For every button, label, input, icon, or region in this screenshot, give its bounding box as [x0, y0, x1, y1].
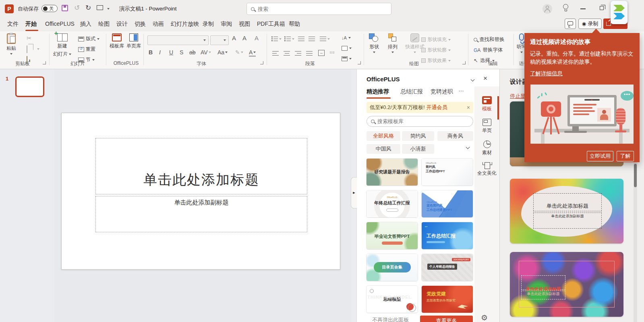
template-blue-minimal[interactable]: OfficePLUS 蓝色简约风 工作总结通用PPT	[422, 190, 473, 217]
change-case-button[interactable]: Aa	[217, 49, 228, 56]
highlight-button[interactable]: ✎	[235, 49, 243, 56]
undo-icon[interactable]: ↺	[74, 4, 80, 12]
design-suggestion-rainbow[interactable]: 单击此处添加标题 单击此处添加副标题	[510, 179, 623, 244]
panel-collapse-chevron-icon[interactable]	[471, 78, 475, 82]
shadow-button[interactable]: S	[180, 49, 183, 56]
template-thinking-model[interactable]: THINKING MODEL 思维模型	[367, 286, 418, 313]
got-it-button[interactable]: 了解	[617, 151, 634, 161]
search-input[interactable]	[258, 6, 379, 12]
restore-button[interactable]	[600, 6, 604, 10]
shape-fill-button[interactable]: 形状填充	[421, 36, 451, 43]
rail-item-templates[interactable]: 模板	[474, 96, 499, 112]
grow-font-button[interactable]: A	[232, 35, 236, 41]
tab-slideshow[interactable]: 幻灯片放映	[171, 21, 199, 28]
tab-home[interactable]: 开始	[25, 21, 37, 28]
chip-business[interactable]: 商务风	[437, 131, 473, 141]
search-box[interactable]	[246, 3, 391, 15]
shrink-font-button[interactable]: A	[242, 35, 246, 41]
design-suggestion-bells[interactable]: 单击此处添加标题 单击此处添加副标题	[510, 252, 623, 317]
template-search-input[interactable]	[377, 118, 462, 124]
text-direction-button[interactable]: ↓A	[342, 35, 351, 40]
designer-scrollbar-thumb[interactable]	[634, 164, 637, 187]
cut-icon[interactable]: ✂	[27, 35, 32, 42]
template-library-button[interactable]: 模板库	[110, 33, 124, 50]
layout-button[interactable]: 版式	[78, 35, 99, 42]
rail-item-assets[interactable]: 素材	[474, 140, 499, 156]
stop-showing-link[interactable]: 停止显	[510, 93, 525, 100]
qat-customize-icon[interactable]	[107, 8, 110, 10]
align-right-icon[interactable]	[295, 51, 301, 56]
tab-transitions[interactable]: 切换	[135, 21, 146, 28]
bullets-icon[interactable]	[271, 36, 278, 41]
tab-animations[interactable]: 动画	[153, 21, 164, 28]
template-minimal-work-summary[interactable]: OfficePLUS 简约风 工作总结PPT	[422, 159, 473, 186]
columns-icon[interactable]: ≡≡	[329, 50, 335, 55]
op-tab-summary[interactable]: 总结汇报	[400, 88, 423, 95]
decrease-indent-icon[interactable]	[298, 36, 304, 41]
underline-button[interactable]: U	[169, 49, 173, 56]
autosave-toggle[interactable]: 关	[41, 5, 58, 12]
rail-item-pages[interactable]: 单页	[474, 119, 499, 134]
paste-button[interactable]: 粘贴	[6, 33, 16, 55]
italic-button[interactable]: I	[159, 49, 161, 56]
tab-design[interactable]: 设计	[116, 21, 128, 28]
op-tab-featured[interactable]: 精选推荐	[367, 88, 389, 95]
clear-format-button[interactable]: A	[255, 35, 259, 41]
minimize-button[interactable]	[580, 8, 586, 9]
bullets-dropdown-icon[interactable]	[279, 38, 282, 40]
redo-icon[interactable]: ↻	[85, 4, 91, 12]
panel-close-icon[interactable]: ×	[483, 74, 487, 83]
chip-chinese[interactable]: 中国风	[367, 144, 400, 154]
tell-me-bulb-icon[interactable]	[563, 4, 568, 9]
numbering-icon[interactable]	[284, 36, 291, 41]
increase-indent-icon[interactable]	[309, 36, 315, 41]
justify-icon[interactable]	[306, 51, 313, 56]
arrange-button[interactable]: 排列	[387, 33, 398, 53]
tab-officeplus[interactable]: OfficePLUS	[45, 21, 75, 27]
font-color-button[interactable]: A	[249, 49, 256, 57]
align-left-icon[interactable]	[272, 51, 279, 56]
tab-help[interactable]: 帮助	[289, 21, 300, 28]
draw-dialog-launcher[interactable]	[462, 61, 466, 64]
settings-gear-icon[interactable]: ⚙	[481, 313, 488, 322]
powerpoint-logo-icon[interactable]: P	[5, 4, 14, 13]
record-button[interactable]: ◉ 录制	[578, 19, 602, 29]
template-personal-report[interactable]: 20XXREPORT 个人年终总结报告	[422, 254, 473, 281]
template-thesis-defense[interactable]: 毕业论文答辩PPT	[367, 222, 418, 249]
align-text-button[interactable]	[342, 46, 352, 51]
smartart-button[interactable]	[342, 56, 352, 61]
template-research-report[interactable]: 研究课题开题报告	[367, 159, 418, 186]
chip-fresh[interactable]: 小清新	[402, 144, 434, 154]
clipboard-dialog-launcher[interactable]	[43, 61, 46, 64]
title-placeholder[interactable]: 单击此处添加标题	[95, 138, 307, 194]
tab-draw[interactable]: 绘图	[98, 21, 110, 28]
page-library-button[interactable]: 单页库	[126, 33, 141, 50]
copy-icon[interactable]	[27, 45, 27, 53]
dont-show-panel-note[interactable]: 不再弹出此面板	[372, 316, 409, 322]
bold-button[interactable]: B	[149, 49, 153, 56]
chip-all-styles[interactable]: 全部风格	[367, 131, 400, 141]
see-more-button[interactable]: 查看更多	[420, 316, 473, 322]
tab-pdf-tools[interactable]: PDF工具箱	[257, 21, 285, 28]
shapes-button[interactable]: 形状	[369, 33, 379, 53]
screen-recorder-overlay-icon[interactable]	[611, 1, 627, 24]
tab-insert[interactable]: 插入	[80, 21, 91, 28]
slide-canvas[interactable]: 单击此处添加标题 单击此处添加副标题	[61, 113, 340, 270]
find-replace-button[interactable]: 查找和替换	[474, 36, 505, 43]
template-yearend-summary[interactable]: OfficePLUS 年终总结工作汇报	[367, 190, 418, 217]
numbering-dropdown-icon[interactable]	[292, 38, 294, 40]
line-spacing-icon[interactable]	[320, 36, 326, 41]
tab-file[interactable]: 文件	[7, 21, 19, 28]
panel-collapse-handle[interactable]: ▶	[351, 177, 357, 208]
new-slide-button[interactable]: + 新建 幻灯片	[53, 33, 71, 58]
learn-more-link[interactable]: 了解详细信息	[530, 70, 563, 77]
comments-button[interactable]	[565, 19, 576, 29]
subtitle-placeholder[interactable]: 单击此处添加副标题	[95, 196, 307, 232]
shape-outline-button[interactable]: 形状轮廓	[421, 47, 451, 54]
strikethrough-button[interactable]: ab	[189, 49, 196, 56]
char-spacing-button[interactable]: AV	[201, 49, 211, 56]
template-party-building[interactable]: 党政党建 思想教育的作用探究	[422, 286, 473, 313]
replace-font-button[interactable]: GA 替换字体	[474, 47, 503, 54]
font-size-combo[interactable]	[210, 35, 229, 45]
font-name-combo[interactable]	[147, 35, 209, 45]
